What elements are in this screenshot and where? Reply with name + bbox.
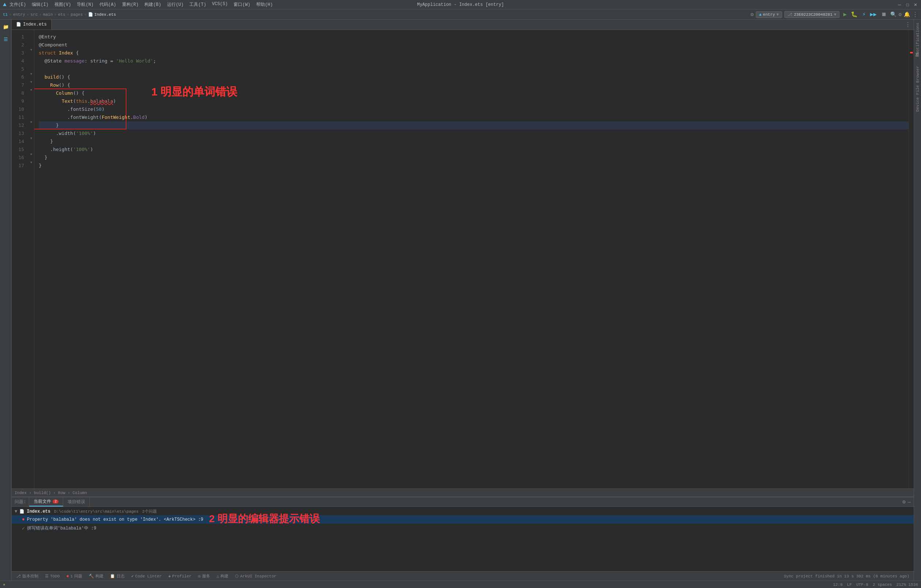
code-line-17[interactable]: } <box>39 161 909 170</box>
code-line-8[interactable]: Column() { <box>39 89 909 97</box>
code-line-2[interactable]: @Component <box>39 41 909 49</box>
menu-build[interactable]: 构建(B) <box>144 2 161 8</box>
log-label: 日志 <box>117 573 125 579</box>
code-line-14[interactable]: } <box>39 137 909 145</box>
menu-file[interactable]: 文件(E) <box>10 2 26 8</box>
tab-index-ets[interactable]: 📄 Index.ets <box>12 20 52 29</box>
build-label: 构建 <box>95 573 103 579</box>
debug-button[interactable]: 🐛 <box>849 10 859 19</box>
fold-6[interactable]: ▼ <box>29 70 34 78</box>
profiler-tool[interactable]: ◈ Profiler <box>165 573 194 579</box>
breadcrumb-t1[interactable]: t1 <box>3 12 8 17</box>
file-icon: 📄 <box>88 12 93 17</box>
search-icon-toolbar[interactable]: 🔍 <box>890 11 897 18</box>
code-line-9[interactable]: Text(this.balabala) <box>39 97 909 105</box>
line-num-12: 12 <box>12 121 27 129</box>
menu-refactor[interactable]: 重构(R) <box>122 2 139 8</box>
breadcrumb-pages[interactable]: pages <box>70 12 83 17</box>
code-line-4[interactable]: @State message: string = 'Hello World'; <box>39 57 909 65</box>
code-line-12[interactable]: } <box>39 121 909 129</box>
code-linter-icon: ✔ <box>131 574 134 578</box>
settings2-icon[interactable]: ⚙ <box>899 11 901 18</box>
menu-window[interactable]: 窗口(W) <box>234 2 251 8</box>
menu-vcs[interactable]: VCS(S) <box>212 2 228 8</box>
problem-file-row[interactable]: ▼ 📄 Index.ets D:\code\t1\entry\src\main\… <box>12 508 914 515</box>
profiler-icon: ◈ <box>168 574 171 578</box>
minimize-button[interactable]: — <box>897 2 902 7</box>
problem-error-2[interactable]: ✓ 拼写错误在单词'balabala'中 :9 <box>12 524 914 533</box>
menu-edit[interactable]: 编辑(I) <box>32 2 49 8</box>
fold-12[interactable]: ▼ <box>29 119 34 127</box>
profile-button[interactable]: ⚡ <box>861 10 867 19</box>
vcs-tool[interactable]: ⎇ 版本控制 <box>13 573 41 580</box>
top-toolbar-right: ⚙ ▲ entry ▼ ⎇ 23E0223C20040281 ▼ ▶ 🐛 ⚡ ▶… <box>751 10 921 19</box>
close-button[interactable]: ✕ <box>913 2 918 7</box>
fold-16[interactable]: ▼ <box>29 151 34 159</box>
breadcrumb-entry[interactable]: entry <box>13 12 25 17</box>
sidebar-icon-structure[interactable]: ☰ <box>0 34 12 46</box>
code-lines[interactable]: @Entry @Component struct Index { @State … <box>34 30 909 489</box>
breadcrumb-ets[interactable]: ets <box>58 12 65 17</box>
notifications-icon[interactable]: 🔔 <box>904 11 910 18</box>
run-button[interactable]: ▶ <box>842 10 848 19</box>
menu-help[interactable]: 帮助(H) <box>256 2 273 8</box>
tab-current-file[interactable]: 当前文件 2 <box>29 497 63 507</box>
notifications-tab[interactable]: Notifications <box>915 20 921 57</box>
more-run-button[interactable]: ▶▶ <box>869 10 878 19</box>
fold-14[interactable]: ▼ <box>29 135 34 143</box>
fold-3[interactable]: ▼ <box>29 46 34 54</box>
entry-selector[interactable]: ▲ entry ▼ <box>756 11 782 18</box>
fold-8[interactable]: ▼ <box>29 86 34 94</box>
entry-dropdown-icon: ▼ <box>777 12 779 17</box>
service-tool[interactable]: ◎ 服务 <box>195 573 213 580</box>
fold-7[interactable]: ▼ <box>29 78 34 86</box>
build-tool[interactable]: 🔨 构建 <box>86 573 106 580</box>
code-line-7[interactable]: Row() { <box>39 81 909 89</box>
todo-tool[interactable]: ☰ TODO <box>42 573 62 579</box>
settings-icon-panel[interactable]: ⚙ <box>902 499 905 505</box>
code-line-11[interactable]: .fontWeight(FontWeight.Bold) <box>39 113 909 121</box>
code-linter-tool[interactable]: ✔ Code Linter <box>128 573 164 579</box>
code-line-6[interactable]: build() { <box>39 73 909 81</box>
sidebar-icon-explorer[interactable]: 📁 <box>0 21 12 33</box>
menu-view[interactable]: 视图(V) <box>54 2 71 8</box>
menu-code[interactable]: 代码(A) <box>99 2 116 8</box>
commit-hash[interactable]: ⎇ 23E0223C20040281 ▼ <box>784 11 840 18</box>
maximize-button[interactable]: ☐ <box>905 2 910 7</box>
code-line-10[interactable]: .fontSize(50) <box>39 105 909 113</box>
fold-17[interactable]: ▼ <box>29 159 34 167</box>
more-icon[interactable]: ⋮ <box>912 11 918 18</box>
menu-tools[interactable]: 工具(T) <box>189 2 206 8</box>
device-browser-tab[interactable]: Device File Browser <box>915 63 921 114</box>
code-line-13[interactable]: .width('100%') <box>39 129 909 137</box>
status-zoom: 212% 1536 <box>897 583 918 587</box>
entry-selector-label: entry <box>763 12 775 17</box>
vcs-label: 版本控制 <box>22 573 38 579</box>
arkbuild-tool[interactable]: △ 构建 <box>214 573 232 580</box>
code-line-16[interactable]: } <box>39 153 909 161</box>
code-line-1[interactable]: @Entry <box>39 33 909 41</box>
code-editor: 1 2 3 4 5 6 7 8 9 10 11 12 13 14 <box>12 30 914 489</box>
menu-nav[interactable]: 导航(N) <box>77 2 94 8</box>
breadcrumb-src[interactable]: src <box>30 12 37 17</box>
menu-run[interactable]: 运行(U) <box>167 2 184 8</box>
fold-11 <box>29 111 34 119</box>
fold-9 <box>29 94 34 103</box>
problem-error-1[interactable]: ● Property 'balabala' does not exist on … <box>12 515 914 524</box>
branch-icon: ⎇ <box>788 12 792 17</box>
code-line-5[interactable] <box>39 65 909 73</box>
problems-tool[interactable]: ● 1 问题 <box>63 573 85 580</box>
breadcrumb-main[interactable]: main <box>43 12 53 17</box>
tab-more[interactable]: ⋮ <box>902 20 914 29</box>
bc-index[interactable]: Index › build() › Row › Column <box>15 491 87 495</box>
breadcrumb-file[interactable]: 📄 Index.ets <box>88 12 116 17</box>
code-line-15[interactable]: .height('100%') <box>39 145 909 153</box>
code-line-3[interactable]: struct Index { <box>39 49 909 57</box>
close-panel-icon[interactable]: — <box>908 499 911 505</box>
log-tool[interactable]: 📋 日志 <box>107 573 127 580</box>
stop-button[interactable]: ⏹ <box>880 11 888 19</box>
tab-project-errors[interactable]: 项目错误 <box>63 497 90 507</box>
settings-tab[interactable]: 设置 <box>914 57 921 63</box>
settings-icon[interactable]: ⚙ <box>751 11 753 18</box>
arkui-tool[interactable]: ⬡ ArkUI Inspector <box>232 573 279 579</box>
